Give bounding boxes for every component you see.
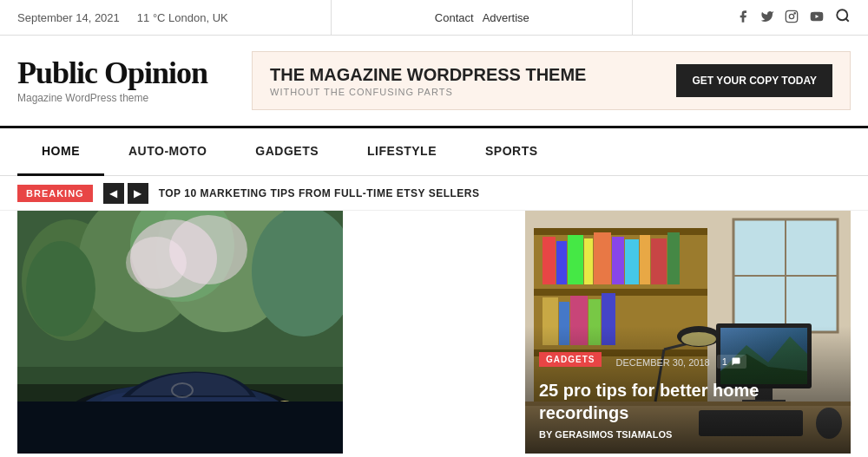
svg-rect-0: [786, 10, 797, 22]
author-label: by: [539, 429, 552, 440]
breaking-text: TOP 10 MARKETING TIPS FROM FULL-TIME ETS…: [159, 187, 480, 199]
featured-car-image-block[interactable]: [17, 211, 525, 454]
nav-item-gadgets[interactable]: GADGETS: [231, 128, 343, 176]
author-name: GERASIMOS TSIAMALOS: [555, 429, 672, 440]
date-display: September 14, 2021: [17, 11, 120, 24]
contact-link[interactable]: Contact: [435, 11, 474, 24]
article-author: by GERASIMOS TSIAMALOS: [539, 429, 837, 440]
svg-rect-42: [568, 235, 583, 284]
breaking-bar: BREAKING ◀ ▶ TOP 10 MARKETING TIPS FROM …: [0, 176, 868, 211]
svg-point-26: [74, 402, 88, 410]
instagram-icon[interactable]: [785, 10, 799, 26]
nav-item-home[interactable]: HOME: [17, 128, 104, 176]
article-category-badge: GADGETS: [539, 352, 602, 367]
topbar-divider-2: [632, 0, 633, 36]
content-area: GADGETS DECEMBER 30, 2018 1 25 pro tips …: [0, 211, 868, 454]
article-meta: GADGETS DECEMBER 30, 2018 1: [539, 352, 837, 372]
youtube-icon[interactable]: [809, 10, 825, 26]
svg-point-22: [224, 404, 262, 442]
banner-ad-text: THE MAGAZINE WORDPRESS THEME WITHOUT THE…: [270, 65, 650, 97]
twitter-icon[interactable]: [760, 10, 774, 26]
svg-rect-37: [534, 289, 707, 296]
header-area: Public Opinion Magazine WordPress theme …: [0, 36, 868, 126]
nav-item-lifestyle[interactable]: LIFESTYLE: [343, 128, 461, 176]
topbar-center-links: Contact Advertise: [435, 11, 529, 24]
svg-point-19: [102, 404, 141, 442]
banner-ad-subtitle: WITHOUT THE CONFUSING PARTS: [270, 87, 650, 97]
comment-count: 1: [722, 356, 727, 367]
weather-display: 11 °C London, UK: [137, 11, 228, 24]
article-comment-count: 1: [717, 355, 746, 369]
svg-point-2: [794, 12, 795, 13]
svg-point-23: [229, 409, 257, 437]
site-tagline: Magazine WordPress theme: [17, 92, 226, 104]
breaking-prev-button[interactable]: ◀: [103, 183, 124, 204]
article-title: 25 pro tips for better home recordings: [539, 379, 837, 424]
banner-cta-button[interactable]: GET YOUR COPY TODAY: [676, 64, 832, 97]
svg-point-25: [276, 401, 293, 411]
svg-point-21: [115, 416, 128, 430]
advertise-link[interactable]: Advertise: [483, 11, 529, 24]
svg-line-5: [845, 18, 848, 21]
logo-block: Public Opinion Magazine WordPress theme: [17, 57, 226, 104]
topbar-divider: [331, 0, 332, 36]
topbar-right: [736, 8, 851, 28]
svg-rect-46: [625, 239, 639, 284]
article-overlay: GADGETS DECEMBER 30, 2018 1 25 pro tips …: [525, 326, 851, 454]
svg-point-24: [236, 416, 250, 430]
svg-rect-43: [584, 238, 593, 284]
topbar: September 14, 2021 11 °C London, UK Cont…: [0, 0, 868, 36]
svg-point-20: [108, 409, 135, 437]
svg-rect-49: [667, 232, 680, 284]
nav-item-sports[interactable]: SPORTS: [461, 128, 562, 176]
breaking-next-button[interactable]: ▶: [128, 183, 148, 204]
svg-rect-47: [640, 235, 650, 284]
article-date: DECEMBER 30, 2018: [615, 357, 709, 368]
svg-point-16: [126, 237, 187, 289]
side-article-block[interactable]: GADGETS DECEMBER 30, 2018 1 25 pro tips …: [525, 211, 851, 454]
site-logo: Public Opinion: [17, 57, 226, 88]
banner-ad-title: THE MAGAZINE WORDPRESS THEME: [270, 65, 650, 85]
topbar-left: September 14, 2021 11 °C London, UK: [17, 11, 228, 24]
svg-rect-44: [594, 232, 611, 284]
svg-rect-40: [542, 237, 556, 284]
svg-rect-36: [534, 228, 707, 235]
nav-item-auto-moto[interactable]: AUTO-MOTO: [104, 128, 231, 176]
main-nav: HOME AUTO-MOTO GADGETS LIFESTYLE SPORTS: [0, 126, 868, 176]
search-button[interactable]: [835, 8, 851, 28]
breaking-badge: BREAKING: [17, 185, 93, 202]
svg-point-4: [837, 10, 847, 20]
svg-point-12: [26, 241, 95, 336]
svg-rect-45: [612, 237, 624, 284]
car-image: [17, 211, 343, 454]
svg-point-1: [789, 14, 793, 18]
svg-rect-41: [556, 241, 567, 284]
svg-rect-48: [651, 238, 667, 284]
breaking-nav: ◀ ▶: [103, 183, 148, 204]
facebook-icon[interactable]: [736, 10, 750, 26]
banner-ad: THE MAGAZINE WORDPRESS THEME WITHOUT THE…: [252, 51, 851, 110]
